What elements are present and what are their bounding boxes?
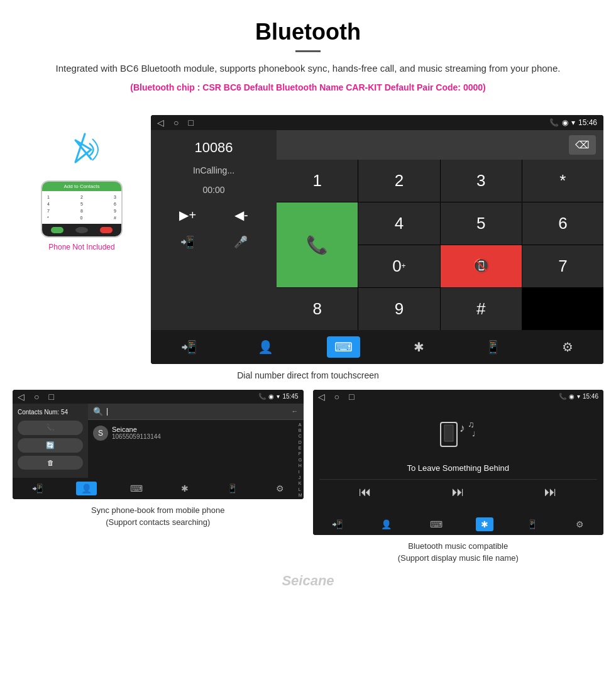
- key-0plus[interactable]: 0+: [358, 245, 439, 287]
- alpha-m[interactable]: M: [299, 493, 302, 498]
- contacts-bottom-item: ◁ ○ □ 📞 ◉ ▾ 15:45 Contacts Num: 54 📞 🔄: [13, 390, 304, 570]
- bottom-nav: 📲 👤 ⌨ ✱ 📱 ⚙: [151, 330, 603, 364]
- music-android-nav: ◁ ○ □: [318, 392, 355, 402]
- contacts-screen: ◁ ○ □ 📞 ◉ ▾ 15:45 Contacts Num: 54 📞 🔄: [13, 390, 304, 499]
- phone-illustration-section: Add to Contacts 123 456 789 *0#: [13, 109, 151, 251]
- call-status: InCalling...: [160, 165, 267, 175]
- cnav-keypad[interactable]: ⌨: [125, 482, 148, 495]
- key-end[interactable]: 📵: [441, 245, 522, 287]
- key-call[interactable]: 📞: [277, 202, 358, 287]
- alpha-l[interactable]: L: [299, 487, 302, 492]
- nav-phone-transfer[interactable]: 📲: [173, 336, 204, 358]
- play-pause-button[interactable]: ⏭: [452, 485, 465, 499]
- key-1[interactable]: 1: [277, 160, 358, 202]
- contacts-backspace-icon[interactable]: ←: [292, 407, 299, 415]
- c-wifi-icon: ▾: [277, 393, 280, 400]
- android-nav: ◁ ○ □: [157, 118, 194, 128]
- mnav-contacts[interactable]: 👤: [376, 517, 397, 531]
- vol-up-icon[interactable]: ▶+: [179, 207, 196, 223]
- alpha-d[interactable]: D: [299, 440, 302, 445]
- phone-contacts-row: 123: [45, 194, 119, 201]
- contacts-search-bar: 🔍 | ←: [88, 404, 304, 420]
- mnav-keypad[interactable]: ⌨: [425, 517, 448, 531]
- cnav-bluetooth[interactable]: ✱: [176, 482, 194, 495]
- contacts-right-panel: 🔍 | ← S Seicane 10655059113144: [88, 404, 304, 478]
- keypad-area: ⌫ 1 2 3 * 📞 4 5 6 0+ 📵 7 8 9 #: [277, 130, 603, 330]
- delete-action-btn[interactable]: 🗑: [18, 456, 83, 470]
- music-caption-line2: (Support display music file name): [398, 553, 519, 563]
- phone-content: 123 456 789 *0#: [42, 191, 121, 224]
- mnav-screen[interactable]: 📱: [522, 517, 542, 531]
- mic-icon[interactable]: 🎤: [234, 235, 248, 249]
- key-3[interactable]: 3: [441, 160, 522, 202]
- dial-caption: Dial number direct from touchscreen: [0, 364, 616, 390]
- alpha-c[interactable]: C: [299, 434, 302, 439]
- cnav-settings[interactable]: ⚙: [271, 482, 289, 495]
- nav-bluetooth[interactable]: ✱: [406, 336, 432, 358]
- key-5[interactable]: 5: [441, 202, 522, 245]
- dial-screen: ◁ ○ □ 📞 ◉ ▾ 15:46 10086 InCalling... 00:…: [151, 115, 603, 364]
- music-caption-line1: Bluetooth music compatible: [408, 541, 508, 551]
- cnav-contacts[interactable]: 👤: [76, 482, 97, 495]
- cnav-screen[interactable]: 📱: [222, 482, 243, 495]
- alpha-b[interactable]: B: [299, 428, 302, 433]
- prev-button[interactable]: ⏮: [359, 485, 371, 499]
- music-bottom-nav: 📲 👤 ⌨ ✱ 📱 ⚙: [313, 514, 604, 535]
- key-8[interactable]: 8: [277, 288, 358, 330]
- next-button[interactable]: ⏭: [544, 485, 557, 499]
- mnav-bluetooth[interactable]: ✱: [476, 517, 493, 531]
- alpha-a[interactable]: A: [299, 422, 302, 428]
- key-star[interactable]: *: [522, 160, 603, 202]
- alpha-i[interactable]: I: [299, 470, 302, 475]
- svg-text:♩: ♩: [472, 430, 475, 438]
- key-7[interactable]: 7: [522, 245, 603, 287]
- nav-contacts[interactable]: 👤: [250, 336, 281, 358]
- nav-screen[interactable]: 📱: [478, 336, 509, 358]
- key-hash[interactable]: #: [441, 288, 522, 330]
- title-divider: [295, 50, 321, 52]
- spec-line: (Bluetooth chip : CSR BC6 Default Blueto…: [38, 81, 578, 94]
- vol-down-icon[interactable]: ◀-: [234, 207, 248, 223]
- c-recents-icon: □: [48, 392, 53, 402]
- alpha-e[interactable]: E: [299, 446, 302, 451]
- bottom-row: ◁ ○ □ 📞 ◉ ▾ 15:45 Contacts Num: 54 📞 🔄: [0, 390, 616, 570]
- cnav-phone-transfer[interactable]: 📲: [27, 482, 48, 495]
- keypad-grid: 1 2 3 * 📞 4 5 6 0+ 📵 7 8 9 #: [277, 160, 603, 330]
- nav-keypad[interactable]: ⌨: [327, 336, 360, 358]
- phone-signal-icon: 📞: [549, 118, 559, 127]
- m-home-icon: ○: [334, 392, 339, 402]
- alpha-k[interactable]: K: [299, 481, 302, 486]
- contact-item-seicane[interactable]: S Seicane 10655059113144: [88, 422, 304, 444]
- music-status-bar: ◁ ○ □ 📞 ◉ ▾ 15:46: [313, 390, 604, 404]
- mnav-phone-transfer[interactable]: 📲: [327, 517, 348, 531]
- svg-text:♪: ♪: [459, 422, 465, 434]
- call-timer: 00:00: [160, 185, 267, 195]
- alpha-f[interactable]: F: [299, 451, 302, 456]
- wifi-icon: ▾: [571, 118, 575, 127]
- sync-action-btn[interactable]: 🔄: [18, 438, 83, 453]
- backspace-button[interactable]: ⌫: [569, 135, 596, 155]
- alpha-g[interactable]: G: [299, 458, 302, 463]
- nav-settings[interactable]: ⚙: [554, 336, 581, 358]
- alpha-j[interactable]: J: [299, 475, 302, 480]
- contact-phone: 10655059113144: [112, 433, 161, 440]
- page-header: Bluetooth Integrated with BC6 Bluetooth …: [0, 0, 616, 109]
- dial-info-panel: 10086 InCalling... 00:00 ▶+ ◀- 📲 🎤: [151, 130, 277, 330]
- contacts-search-input[interactable]: |: [106, 407, 289, 416]
- music-art-area: ♪ ♫ ♩ To Leave Something Behind: [407, 416, 509, 473]
- transfer-icon[interactable]: 📲: [180, 235, 194, 249]
- key-2[interactable]: 2: [358, 160, 439, 202]
- contacts-status-right: 📞 ◉ ▾ 15:45: [258, 392, 298, 402]
- key-6[interactable]: 6: [522, 202, 603, 245]
- key-4[interactable]: 4: [358, 202, 439, 245]
- home-icon: ○: [173, 118, 179, 128]
- call-action-btn[interactable]: 📞: [18, 421, 83, 435]
- alpha-h[interactable]: H: [299, 463, 302, 468]
- key-9[interactable]: 9: [358, 288, 439, 330]
- phone-not-included-label: Phone Not Included: [48, 243, 114, 251]
- music-screen: ◁ ○ □ 📞 ◉ ▾ 15:46: [313, 390, 604, 535]
- contact-name: Seicane: [112, 426, 161, 433]
- status-right: 📞 ◉ ▾ 15:46: [549, 118, 597, 127]
- mnav-settings[interactable]: ⚙: [571, 517, 589, 531]
- bluetooth-icon: [63, 128, 101, 174]
